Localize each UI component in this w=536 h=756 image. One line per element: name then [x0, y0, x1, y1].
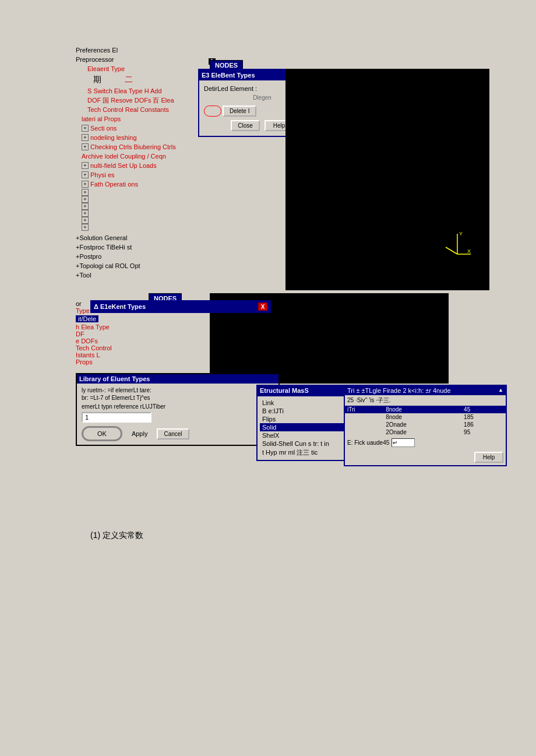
postpro-item[interactable]: + Postpro: [76, 252, 320, 261]
right-table: iTri8node458node1852Onade1862Onade95: [345, 406, 506, 436]
svg-text:X: X: [467, 248, 471, 254]
dof-label: DOF 国 Resove DOFs 百 Elea: [87, 96, 174, 105]
archive-item[interactable]: Archive lodel Coupling / Ceqn: [82, 152, 320, 161]
fostproc-label: Fostproc TiBeHi st: [79, 242, 132, 252]
topological-label: Topologi cal ROL Opt: [79, 261, 140, 270]
menu-bar: Preferences El: [76, 47, 320, 54]
checking-label: Checking Ctrls Biubering Ctrls: [90, 142, 176, 152]
dialog-title-bar-mid: Δ E1eKent Types X: [91, 301, 270, 312]
svg-text:Y: Y: [459, 231, 463, 237]
physics-item[interactable]: + Physi es: [82, 170, 320, 180]
mid-tech[interactable]: Tech Control: [76, 344, 112, 351]
right-table-row[interactable]: iTri8node45: [345, 406, 506, 413]
path-plus-icon: +: [82, 181, 89, 188]
library-info-2: br: =Lt-7 of ElemerLt Tj^es: [82, 395, 274, 401]
elem-input-label: E: Fick uaude45: [347, 439, 389, 446]
empty-item-1: +: [82, 189, 320, 196]
library-ref: emerLt typn reference rLUJTiber: [82, 403, 274, 410]
empty-item-4: +: [82, 210, 320, 217]
solution-general-label: Solution General: [79, 233, 127, 242]
elem-panel-title-text: Etructural MasS: [260, 387, 309, 395]
path-item[interactable]: + Fath Operati ons: [82, 180, 320, 189]
element-types-dialog-mid: Δ E1eKent Types X: [90, 300, 271, 313]
right-panel-title-text: Tri ± ±TLgle Firade 2 k<i:h: ±r 4nude: [347, 387, 451, 394]
dialog-title-top: E3 EleBent Types: [202, 72, 255, 79]
dialog-title-mid: Δ E1eKent Types: [94, 303, 146, 310]
multi-plus-icon: +: [82, 162, 89, 169]
right-table-row[interactable]: 2Onade95: [345, 428, 506, 436]
archive-label: Archive lodel Coupling / Ceqn: [82, 152, 166, 161]
sections-label: Secti ons: [90, 124, 117, 133]
mid-highlight-item[interactable]: it/Dele: [76, 315, 98, 322]
right-panel-title: Tri ± ±TLgle Firade 2 k<i:h: ±r 4nude ▲: [345, 386, 506, 395]
elem-input-row: E: Fick uaude45: [345, 436, 506, 449]
right-table-row[interactable]: 2Onade186: [345, 421, 506, 428]
physics-label: Physi es: [90, 170, 115, 180]
right-panel-expand-icon[interactable]: ▲: [498, 387, 503, 394]
empty-item-2: +: [82, 196, 320, 203]
mid-elea-type[interactable]: h Elea Type: [76, 324, 112, 330]
mid-props[interactable]: Props: [76, 358, 112, 365]
library-input[interactable]: [82, 412, 151, 423]
lateral-label: lateri al Props: [82, 114, 121, 124]
mid-type-label[interactable]: Type: [76, 307, 90, 314]
tool-item[interactable]: + Tool: [76, 270, 320, 280]
period-char: 期: [93, 75, 101, 85]
multi-item[interactable]: + nulti-field Set Up Loads: [82, 161, 320, 170]
checking-plus-icon: +: [82, 143, 89, 150]
period-two: 二: [125, 75, 133, 85]
library-title: Library of Eluent Types: [77, 374, 278, 384]
viewport-top: Y X: [285, 69, 489, 290]
right-panel-subtitle: 25 ·Siv'' 'is ·子三.: [345, 395, 506, 406]
library-dialog: Library of Eluent Types ly ruetm-: =if e…: [76, 373, 280, 446]
delete-btn[interactable]: Delete I: [223, 106, 256, 117]
mid-istants[interactable]: Istants L: [76, 351, 112, 358]
svg-line-4: [446, 247, 457, 254]
library-body: ly ruetm-: =if elemerLt tare: shown br: …: [77, 384, 278, 445]
path-label: Fath Operati ons: [90, 180, 138, 189]
ok-action-btn[interactable]: [204, 106, 221, 117]
tech-label: Tech Control Real Constants: [87, 105, 169, 114]
elem-input-field[interactable]: [392, 438, 415, 447]
solution-general[interactable]: + Solution General: [76, 233, 320, 242]
empty-item-5: +: [82, 217, 320, 224]
sections-plus-icon: +: [82, 125, 89, 132]
right-table-row[interactable]: 8node185: [345, 413, 506, 421]
preferences-menu[interactable]: Preferences El: [76, 47, 118, 54]
mid-dofs[interactable]: e DOFs: [76, 337, 112, 344]
tool-label: Tool: [79, 270, 91, 280]
right-panel-help-btn[interactable]: Help: [474, 452, 503, 463]
empty-item-6: +: [82, 224, 320, 231]
library-info-1: ly ruetm-: =if elemerLt tare: shown: [82, 387, 274, 393]
mid-df[interactable]: DF: [76, 330, 112, 337]
checking-item[interactable]: + Checking Ctrls Biubering Ctrls: [82, 142, 320, 152]
library-apply-label[interactable]: Apply: [132, 430, 148, 437]
modeling-label: nodeling leshing: [90, 133, 137, 142]
modeling-plus-icon: +: [82, 134, 89, 141]
preprocessor-label: Preprocessor: [76, 56, 320, 63]
axes-svg: Y X: [443, 231, 472, 260]
right-panel: Tri ± ±TLgle Firade 2 k<i:h: ±r 4nude ▲ …: [344, 385, 507, 466]
close-btn-top[interactable]: Close: [231, 120, 260, 131]
dialog-close-btn-mid[interactable]: X: [258, 303, 267, 311]
bottom-label: (1) 定义实常数: [90, 530, 143, 541]
empty-item-3: +: [82, 203, 320, 210]
library-cancel-btn[interactable]: Cancel: [157, 428, 189, 439]
element-type-label: Eleaent Type: [87, 64, 125, 73]
topological-item[interactable]: + Topologi cal ROL Opt: [76, 261, 320, 270]
fostproc-item[interactable]: + Fostproc TiBeHi st: [76, 242, 320, 252]
library-ok-btn[interactable]: OK: [82, 426, 122, 441]
multi-label: nulti-field Set Up Loads: [90, 161, 157, 170]
physics-plus-icon: +: [82, 171, 89, 178]
postpro-label: Postpro: [79, 252, 101, 261]
switch-label: S Switch Elea Type H Add: [87, 86, 162, 96]
